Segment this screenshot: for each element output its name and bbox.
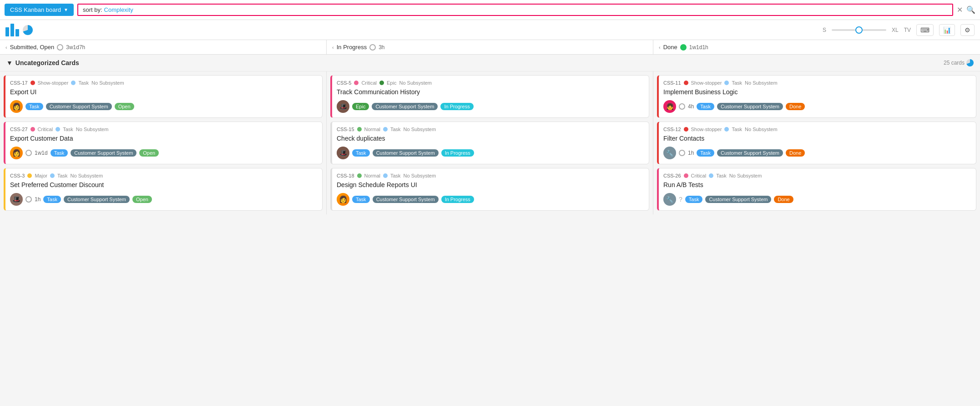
tag-system-css11: Customer Support System [717,103,783,110]
section-header: ▼ Uncategorized Cards 25 cards [0,55,980,71]
card-css18[interactable]: CSS-18 Normal Task No Subsystem Design S… [330,168,649,211]
section-collapse-icon[interactable]: ▼ [6,59,13,66]
subsystem-css18: No Subsystem [404,173,436,178]
type-label-css15: Task [390,127,401,132]
kanban-bar-3 [15,29,19,36]
search-icon[interactable]: 🔍 [966,5,975,14]
col-arrow-submitted: ‹ [5,45,7,50]
dropdown-arrow-icon: ▼ [64,7,68,12]
keyboard-button[interactable]: ⌨ [916,24,934,36]
card-id-css3: CSS-3 [10,173,25,178]
priority-label-css15: Normal [364,127,380,132]
priority-dot-css11 [684,81,688,85]
col-header-inprogress: ‹ In Progress 3h [327,40,653,54]
card-meta-css27: CSS-27 Critical Task No Subsystem [10,127,318,132]
card-css11[interactable]: CSS-11 Show-stopper Task No Subsystem Im… [657,75,976,118]
tag-status-css12: Done [786,149,805,157]
col-arrow-done: ‹ [659,45,661,50]
kanban-view-icon[interactable] [5,24,19,36]
tag-task-css3: Task [43,196,61,203]
tag-task-css18: Task [352,196,370,203]
priority-label-css17: Show-stopper [38,80,69,86]
tag-status-css17: Open [115,103,134,110]
tag-type-css5: Epic [352,103,369,110]
card-meta-css15: CSS-15 Normal Task No Subsystem [337,127,644,132]
card-css26[interactable]: CSS-26 Critical Task No Subsystem Run A/… [657,168,976,211]
card-title-css15: Check duplicates [337,135,644,142]
top-bar: CSS Kanban board ▼ sort by: Complexity ✕… [0,0,980,20]
priority-dot-css5 [354,81,359,85]
card-footer-css26: 🔧 ? Task Customer Support System Done [663,193,971,206]
priority-dot-css26 [684,173,688,178]
top-right-icons: ✕ 🔍 [957,5,975,14]
time-circle-css27 [25,150,32,156]
card-footer-css12: 🔧 1h Task Customer Support System Done [663,147,971,159]
card-id-css26: CSS-26 [663,173,681,178]
card-css17[interactable]: CSS-17 Show-stopper Task No Subsystem Ex… [4,75,323,118]
type-label-css12: Task [732,127,742,132]
tag-status-css27: Open [139,149,159,157]
kanban-bar-1 [5,27,9,36]
type-label-css26: Task [716,173,727,178]
size-s-label: S [823,27,826,33]
card-css12[interactable]: CSS-12 Show-stopper Task No Subsystem Fi… [657,122,976,164]
col-circle-inprogress [369,44,376,51]
card-title-css5: Track Communication History [337,88,644,96]
card-title-css17: Export UI [10,88,318,96]
board-button[interactable]: CSS Kanban board ▼ [5,4,74,16]
settings-button[interactable]: ⚙ [960,24,975,36]
subsystem-css12: No Subsystem [745,127,778,132]
type-dot-css27 [56,127,60,132]
toolbar-left [5,24,33,36]
card-meta-css18: CSS-18 Normal Task No Subsystem [337,173,644,178]
card-id-css11: CSS-11 [663,80,681,86]
card-meta-css12: CSS-12 Show-stopper Task No Subsystem [663,127,971,132]
avatar-css5: 🎩 [337,100,349,113]
type-dot-css3 [50,173,55,178]
card-css15[interactable]: CSS-15 Normal Task No Subsystem Check du… [330,122,649,164]
tag-system-css27: Customer Support System [71,149,136,157]
chart-button[interactable]: 📊 [939,24,955,36]
pie-chart-icon[interactable] [23,25,33,35]
type-label-css17: Task [78,80,89,86]
card-id-css15: CSS-15 [337,127,354,132]
size-slider[interactable] [832,29,886,31]
col-name-done: Done [663,44,677,51]
avatar-css3: 🎩 [10,193,23,206]
time-text-css27: 1w1d [35,150,48,156]
time-circle-css11 [679,103,685,110]
card-id-css17: CSS-17 [10,80,28,86]
type-dot-css26 [709,173,713,178]
priority-label-css12: Show-stopper [691,127,722,132]
col-header-done: ‹ Done 1w1d1h [653,40,980,54]
type-label-css27: Task [63,127,73,132]
avatar-css27: 👩 [10,147,23,159]
type-dot-css15 [383,127,388,132]
column-inprogress: CSS-5 Critical Epic No Subsystem Track C… [327,71,653,214]
toolbar-right: S XL TV ⌨ 📊 ⚙ [823,24,975,36]
priority-dot-css12 [684,127,688,132]
tag-status-css26: Done [774,196,793,203]
col-time-inprogress: 3h [379,44,384,51]
avatar-css11: 👧 [663,100,676,113]
avatar-css18: 👩 [337,193,349,206]
section-title: ▼ Uncategorized Cards [6,59,79,66]
card-meta-css5: CSS-5 Critical Epic No Subsystem [337,80,644,86]
card-footer-css27: 👩 1w1d Task Customer Support System Open [10,147,318,159]
close-icon[interactable]: ✕ [957,5,963,14]
tag-status-css5: In Progress [440,103,473,110]
section-count: 25 cards [944,59,974,66]
avatar-css12: 🔧 [663,147,676,159]
card-title-css3: Set Preferred Customer Discount [10,181,318,188]
avatar-css17: 👩 [10,100,23,113]
type-label-css11: Task [732,80,742,86]
board-label: CSS Kanban board [10,6,61,13]
tag-status-css11: Done [786,103,805,110]
card-footer-css5: 🎩 Epic Customer Support System In Progre… [337,100,644,113]
tag-task-css11: Task [697,103,714,110]
card-css5[interactable]: CSS-5 Critical Epic No Subsystem Track C… [330,75,649,118]
card-css27[interactable]: CSS-27 Critical Task No Subsystem Export… [4,122,323,164]
type-label-css18: Task [390,173,401,178]
priority-label-css26: Critical [691,173,707,178]
card-css3[interactable]: CSS-3 Major Task No Subsystem Set Prefer… [4,168,323,211]
